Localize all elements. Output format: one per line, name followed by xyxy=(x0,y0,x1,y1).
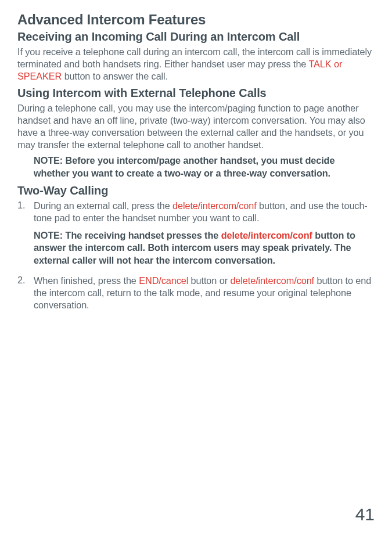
text-red-delete-intercom: delete/intercom/conf xyxy=(172,200,257,211)
page-title: Advanced Intercom Features xyxy=(17,12,373,28)
text-run: When finished, press the xyxy=(34,275,139,286)
list-number: 1. xyxy=(17,200,34,271)
list-content: During an external call, press the delet… xyxy=(34,200,373,271)
list-text-step1: During an external call, press the delet… xyxy=(34,200,373,224)
section-heading-two-way: Two-Way Calling xyxy=(17,184,373,197)
list-content: When finished, press the END/cancel butt… xyxy=(34,275,373,312)
text-run: NOTE: The receiving handset presses the xyxy=(34,230,221,240)
list-item: 1. During an external call, press the de… xyxy=(17,200,373,271)
text-run: During an external call, press the xyxy=(34,200,172,211)
note-receiving-handset: NOTE: The receiving handset presses the … xyxy=(34,229,373,267)
section-heading-using-intercom: Using Intercom with External Telephone C… xyxy=(17,87,373,100)
section-heading-receiving-call: Receiving an Incoming Call During an Int… xyxy=(17,30,373,44)
text-red-delete-intercom: delete/intercom/conf xyxy=(221,230,312,240)
text-run: button to answer the call. xyxy=(62,71,168,81)
text-run: button or xyxy=(188,275,230,286)
note-before-intercom: NOTE: Before you intercom/page another h… xyxy=(34,154,368,179)
paragraph-receiving-call: If you receive a telephone call during a… xyxy=(17,46,373,83)
text-red-end-cancel: END/cancel xyxy=(139,275,188,286)
list-number: 2. xyxy=(17,275,34,312)
page-number: 41 xyxy=(355,505,375,524)
list-text-step2: When finished, press the END/cancel butt… xyxy=(34,275,373,312)
paragraph-using-intercom: During a telephone call, you may use the… xyxy=(17,102,373,152)
text-red-delete-intercom: delete/intercom/conf xyxy=(230,275,314,286)
two-way-list: 1. During an external call, press the de… xyxy=(17,200,373,311)
list-item: 2. When finished, press the END/cancel b… xyxy=(17,275,373,312)
